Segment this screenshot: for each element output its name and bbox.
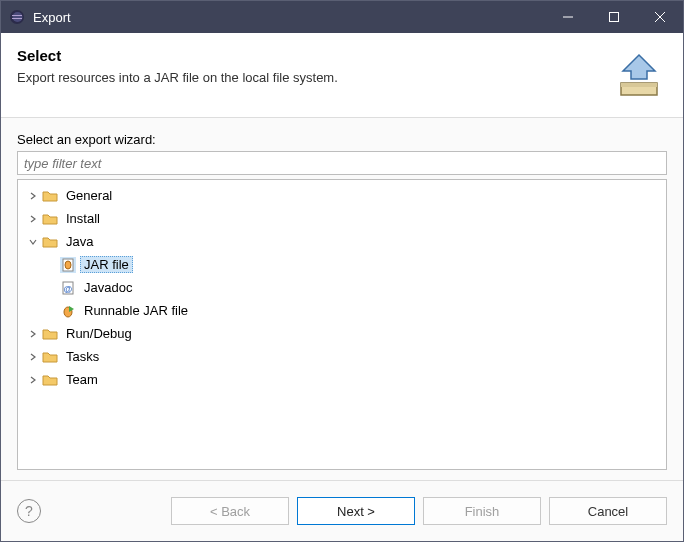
svg-marker-8 bbox=[623, 55, 655, 79]
javadoc-icon: @ bbox=[60, 280, 76, 296]
tree-item-runnable-jar[interactable]: Runnable JAR file bbox=[20, 299, 664, 322]
tree-item-general[interactable]: General bbox=[20, 184, 664, 207]
tree-item-label: Run/Debug bbox=[62, 325, 136, 342]
chevron-right-icon[interactable] bbox=[26, 189, 40, 203]
tree-item-label: Javadoc bbox=[80, 279, 136, 296]
folder-icon bbox=[42, 349, 58, 365]
svg-point-12 bbox=[65, 261, 71, 269]
page-title: Select bbox=[17, 47, 603, 64]
chevron-right-icon[interactable] bbox=[26, 350, 40, 364]
svg-rect-2 bbox=[12, 15, 22, 16]
jar-file-icon bbox=[60, 257, 76, 273]
page-description: Export resources into a JAR file on the … bbox=[17, 70, 603, 85]
svg-point-1 bbox=[13, 12, 23, 22]
tree-item-label: Tasks bbox=[62, 348, 103, 365]
runnable-jar-icon bbox=[60, 303, 76, 319]
maximize-button[interactable] bbox=[591, 1, 637, 33]
tree-item-jar-file[interactable]: JAR file bbox=[20, 253, 664, 276]
svg-rect-10 bbox=[621, 83, 657, 87]
window-controls bbox=[545, 1, 683, 33]
wizard-header: Select Export resources into a JAR file … bbox=[1, 33, 683, 118]
tree-item-label: Java bbox=[62, 233, 97, 250]
chevron-down-icon[interactable] bbox=[26, 235, 40, 249]
tree-label: Select an export wizard: bbox=[17, 132, 667, 147]
minimize-button[interactable] bbox=[545, 1, 591, 33]
tree-item-install[interactable]: Install bbox=[20, 207, 664, 230]
eclipse-icon bbox=[9, 9, 25, 25]
export-dialog: Export Select Export resources into a JA… bbox=[0, 0, 684, 542]
tree-item-java[interactable]: Java bbox=[20, 230, 664, 253]
next-button[interactable]: Next > bbox=[297, 497, 415, 525]
close-button[interactable] bbox=[637, 1, 683, 33]
titlebar: Export bbox=[1, 1, 683, 33]
tree-item-tasks[interactable]: Tasks bbox=[20, 345, 664, 368]
back-button[interactable]: < Back bbox=[171, 497, 289, 525]
svg-rect-3 bbox=[12, 18, 22, 19]
tree-item-label: Runnable JAR file bbox=[80, 302, 192, 319]
tree-item-team[interactable]: Team bbox=[20, 368, 664, 391]
chevron-right-icon[interactable] bbox=[26, 373, 40, 387]
tree-item-label: Team bbox=[62, 371, 102, 388]
finish-button[interactable]: Finish bbox=[423, 497, 541, 525]
tree-item-javadoc[interactable]: @ Javadoc bbox=[20, 276, 664, 299]
tree-item-rundebug[interactable]: Run/Debug bbox=[20, 322, 664, 345]
help-button[interactable]: ? bbox=[17, 499, 41, 523]
export-icon bbox=[611, 47, 667, 103]
cancel-button[interactable]: Cancel bbox=[549, 497, 667, 525]
filter-input[interactable] bbox=[17, 151, 667, 175]
folder-icon bbox=[42, 326, 58, 342]
help-icon: ? bbox=[25, 503, 33, 519]
wizard-content: Select an export wizard: General Install… bbox=[1, 118, 683, 481]
svg-rect-5 bbox=[610, 13, 619, 22]
wizard-footer: ? < Back Next > Finish Cancel bbox=[1, 481, 683, 541]
wizard-tree[interactable]: General Install Java JAR file @ Javadoc bbox=[17, 179, 667, 470]
folder-icon bbox=[42, 372, 58, 388]
chevron-right-icon[interactable] bbox=[26, 327, 40, 341]
window-title: Export bbox=[33, 10, 545, 25]
chevron-right-icon[interactable] bbox=[26, 212, 40, 226]
folder-icon bbox=[42, 211, 58, 227]
tree-item-label: General bbox=[62, 187, 116, 204]
folder-open-icon bbox=[42, 234, 58, 250]
tree-item-label: Install bbox=[62, 210, 104, 227]
tree-item-label: JAR file bbox=[80, 256, 133, 273]
folder-icon bbox=[42, 188, 58, 204]
svg-text:@: @ bbox=[64, 284, 73, 294]
